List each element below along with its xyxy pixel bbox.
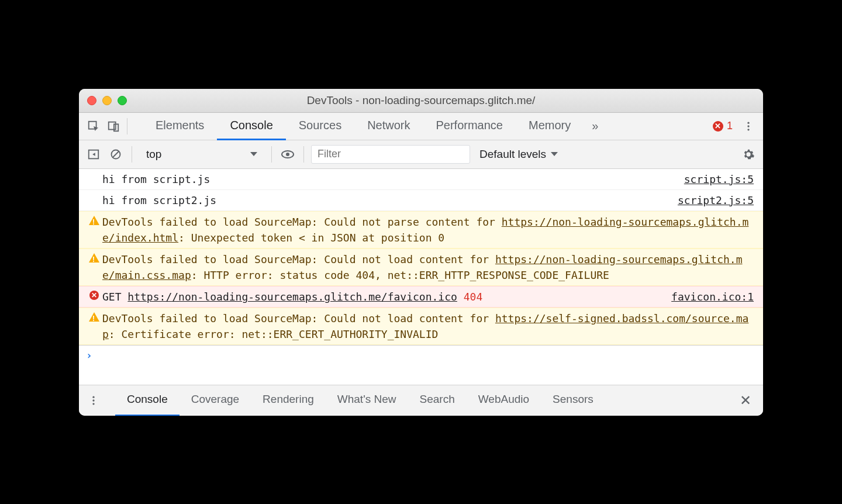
svg-point-12 (92, 399, 94, 401)
tab-sources[interactable]: Sources (286, 112, 354, 140)
source-link[interactable]: script.js:5 (675, 171, 754, 187)
warning-icon (89, 216, 99, 225)
window-title: DevTools - non-loading-sourcemaps.glitch… (79, 94, 763, 107)
inspect-element-icon[interactable] (85, 118, 102, 135)
console-err-row: ✕GET https://non-loading-sourcemaps.glit… (79, 286, 763, 308)
console-settings-icon[interactable] (740, 146, 757, 163)
drawer-kebab-icon[interactable] (85, 392, 102, 409)
live-expression-icon[interactable] (279, 146, 296, 163)
source-link[interactable]: script2.js:5 (668, 192, 754, 208)
console-warn-row: DevTools failed to load SourceMap: Could… (79, 211, 763, 248)
drawer-tab-what-s-new[interactable]: What's New (326, 384, 408, 416)
tab-performance[interactable]: Performance (423, 112, 516, 140)
main-tabs: ElementsConsoleSourcesNetworkPerformance… (143, 113, 584, 140)
console-log-row: hi from script.jsscript.js:5 (79, 169, 763, 190)
svg-rect-2 (114, 124, 118, 131)
sourcemap-url-link[interactable]: https://self-signed.badssl.com/source.ma… (102, 312, 748, 340)
drawer-tabstrip: ConsoleCoverageRenderingWhat's NewSearch… (79, 385, 763, 416)
zoom-window-button[interactable] (118, 96, 127, 105)
source-link[interactable]: favicon.ico:1 (662, 289, 754, 305)
error-count: 1 (727, 120, 733, 132)
execution-context-select[interactable]: top (139, 145, 264, 164)
svg-point-10 (286, 153, 289, 156)
svg-rect-1 (109, 122, 116, 129)
levels-label: Default levels (479, 148, 546, 161)
drawer-tab-rendering[interactable]: Rendering (251, 384, 326, 416)
error-icon: ✕ (713, 121, 723, 132)
console-log-row: hi from script2.jsscript2.js:5 (79, 190, 763, 211)
kebab-menu-icon[interactable] (740, 118, 757, 135)
drawer-tab-webaudio[interactable]: WebAudio (467, 384, 541, 416)
console-message: DevTools failed to load SourceMap: Could… (102, 251, 754, 283)
console-output: hi from script.jsscript.js:5hi from scri… (79, 169, 763, 346)
close-drawer-icon[interactable]: ✕ (734, 392, 757, 409)
separator (132, 146, 132, 163)
chevron-down-icon (250, 152, 257, 156)
console-message: DevTools failed to load SourceMap: Could… (102, 310, 754, 342)
context-label: top (146, 148, 161, 161)
svg-point-11 (92, 396, 94, 398)
tab-memory[interactable]: Memory (516, 112, 584, 140)
separator (303, 146, 304, 163)
main-tabstrip: ElementsConsoleSourcesNetworkPerformance… (79, 113, 763, 140)
clear-console-icon[interactable] (107, 146, 125, 163)
toggle-sidebar-icon[interactable] (85, 146, 102, 163)
console-warn-row: DevTools failed to load SourceMap: Could… (79, 308, 763, 345)
device-toolbar-icon[interactable] (105, 118, 122, 135)
chevron-down-icon (551, 152, 558, 156)
console-toolbar: top Default levels (79, 140, 763, 169)
console-message: hi from script.js (102, 171, 675, 187)
minimize-window-button[interactable] (102, 96, 112, 105)
error-count-badge[interactable]: ✕ 1 (708, 120, 737, 132)
console-warn-row: DevTools failed to load SourceMap: Could… (79, 248, 763, 286)
warning-icon (89, 312, 99, 322)
devtools-window: DevTools - non-loading-sourcemaps.glitch… (79, 89, 763, 416)
tab-console[interactable]: Console (217, 112, 285, 140)
svg-point-3 (747, 122, 749, 123)
more-tabs-icon[interactable]: » (586, 119, 604, 133)
log-levels-select[interactable]: Default levels (475, 148, 563, 161)
separator (271, 146, 272, 163)
svg-point-4 (747, 125, 749, 127)
tab-network[interactable]: Network (354, 112, 423, 140)
console-message: hi from script2.js (102, 192, 668, 208)
drawer-tab-coverage[interactable]: Coverage (180, 384, 251, 416)
console-prompt-row[interactable]: › (79, 346, 763, 385)
drawer-tab-console[interactable]: Console (115, 384, 180, 416)
filter-input[interactable] (311, 145, 470, 164)
console-message: GET https://non-loading-sourcemaps.glitc… (102, 289, 662, 305)
separator (127, 118, 127, 134)
console-message: DevTools failed to load SourceMap: Could… (102, 214, 754, 246)
sourcemap-url-link[interactable]: https://non-loading-sourcemaps.glitch.me… (102, 216, 748, 244)
drawer-tab-search[interactable]: Search (408, 384, 467, 416)
error-icon: ✕ (89, 291, 99, 300)
prompt-chevron-icon: › (86, 349, 92, 361)
error-url-link[interactable]: https://non-loading-sourcemaps.glitch.me… (127, 291, 457, 303)
traffic-lights (87, 96, 127, 105)
sourcemap-url-link[interactable]: https://non-loading-sourcemaps.glitch.me… (102, 253, 743, 281)
svg-point-5 (747, 129, 749, 130)
close-window-button[interactable] (87, 96, 96, 105)
tab-elements[interactable]: Elements (143, 112, 217, 140)
window-titlebar: DevTools - non-loading-sourcemaps.glitch… (79, 89, 763, 113)
drawer-tab-sensors[interactable]: Sensors (541, 384, 605, 416)
drawer-tabs: ConsoleCoverageRenderingWhat's NewSearch… (115, 385, 605, 416)
svg-point-13 (92, 403, 94, 405)
warning-icon (89, 253, 99, 263)
svg-line-8 (113, 151, 119, 157)
